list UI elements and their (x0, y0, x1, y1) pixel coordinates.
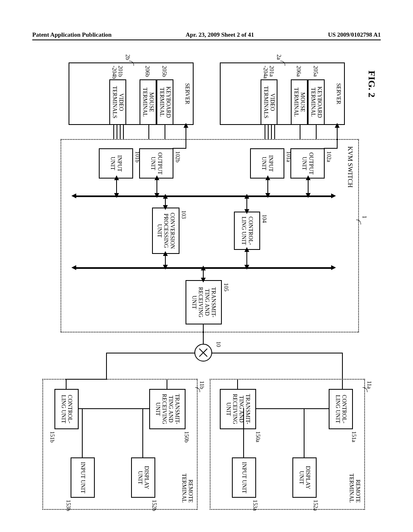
server-b-box: SERVER (69, 62, 194, 125)
kvm-input-b-label: INPUT UNIT (109, 150, 122, 177)
kvm-controlling-unit: CONTROL- LING UNIT (234, 212, 260, 250)
wire-net-down (107, 353, 195, 353)
kvm-output-a: OUTPUT UNIT (290, 148, 325, 179)
header-rule (32, 39, 381, 40)
server-a-lead (280, 61, 285, 66)
server-b-mouse-label: MOUSE TERMINAL (142, 81, 154, 123)
server-b-mouse-terminal: MOUSE TERMINAL (140, 79, 156, 125)
kvm-transmit-unit: TRANSMIT- TING AND RECEIVING UNIT (186, 280, 222, 324)
kvm-bus-left (75, 195, 333, 197)
terminal-b-display: DISPLAY UNIT (131, 457, 155, 498)
wire-termB-input (82, 408, 83, 457)
kvm-output-a-ref: 102a (325, 151, 332, 162)
network-node-icon (194, 344, 212, 362)
server-a-mouse-terminal: MOUSE TERMINAL (291, 79, 308, 125)
terminal-b-display-ref: 152b (151, 500, 157, 511)
stub-conv-left (165, 197, 166, 207)
wire-termA-ctrl-tx (256, 408, 329, 409)
arrow-outB-to-server (186, 126, 186, 148)
kvm-title: KVM SWITCH (346, 146, 354, 188)
terminal-b-transmit-label: TRANSMIT- TING AND RECEIVING UNIT (154, 391, 180, 428)
kvm-output-b: OUTPUT UNIT (139, 148, 173, 179)
terminal-a-title: REMOTE TERMINAL (348, 474, 361, 503)
header-center: Apr. 23, 2009 Sheet 2 of 41 (186, 31, 254, 38)
server-a-video-label: VIDEO TERMINALS (263, 81, 275, 123)
terminal-b-transmit-ref: 150b (183, 431, 190, 443)
stub-conv-right (165, 254, 166, 266)
kvm-conversion-unit: CONVERSION PROCESSING UNIT (152, 208, 179, 254)
stub-inA (267, 179, 268, 195)
server-a-keyboard-label: KEYBOARD TERMINAL (310, 81, 323, 123)
terminal-a-input: INPUT UNIT (232, 457, 256, 498)
terminal-a-transmit: TRANSMIT- TING AND RECEIVING UNIT (220, 389, 256, 429)
server-b-video-ref: 201b -204b (111, 66, 123, 79)
terminal-a-control-label: CONTROL- LING UNIT (334, 391, 347, 428)
wire-termA-display (304, 408, 305, 457)
terminal-b-control-ref: 151b (49, 431, 55, 443)
figure-stage: FIG. 2 SERVER 2a KEYBOARD TERMINAL 205a … (32, 54, 383, 514)
server-a-keyboard-terminal: KEYBOARD TERMINAL (308, 79, 325, 125)
server-a-ref: 2a (275, 54, 282, 60)
terminal-a-control: CONTROL- LING UNIT (329, 389, 353, 429)
kvm-control-label: CONTROL- LING UNIT (240, 213, 253, 248)
server-b-ref: 2b (124, 54, 131, 60)
server-a-video-ref: 201a -204a (262, 66, 275, 79)
server-b-video-label: VIDEO TERMINALS (111, 81, 124, 123)
kvm-input-b-ref: 101b (134, 151, 140, 162)
arrow-outA-drop (324, 148, 338, 149)
wire-termB-ctrl-tx (79, 408, 149, 409)
kvm-input-a-ref: 101a (285, 151, 292, 162)
stub-outA (308, 179, 309, 195)
server-b-keyboard-terminal: KEYBOARD TERMINAL (156, 79, 173, 125)
network-ref: 10 (215, 341, 221, 347)
wire-termA-ctrl-in (342, 379, 343, 389)
terminal-b-title: REMOTE TERMINAL (181, 474, 194, 503)
kvm-transmit-label: TRANSMIT- TING AND RECEIVING UNIT (191, 282, 217, 323)
page-header: Patent Application Publication Apr. 23, … (0, 31, 413, 38)
terminal-b-input-ref: 153b (65, 500, 71, 511)
wire-net-up (212, 353, 343, 353)
stub-ctrl-left (246, 197, 247, 211)
rotated-figure: FIG. 2 SERVER 2a KEYBOARD TERMINAL 205a … (34, 54, 381, 514)
terminal-a-display: DISPLAY UNIT (292, 457, 317, 498)
terminal-b-control: CONTROL- LING UNIT (54, 389, 79, 429)
wire-termA-tx-in (237, 379, 238, 389)
kvm-conversion-label: CONVERSION PROCESSING UNIT (156, 209, 175, 252)
terminal-a-display-ref: 152a (312, 500, 319, 511)
terminal-a-transmit-ref: 150a (254, 431, 261, 442)
stub-inB (116, 179, 117, 195)
server-b-keyboard-label: KEYBOARD TERMINAL (159, 81, 171, 123)
server-b-keyboard-ref: 205b (161, 66, 167, 77)
kvm-input-a-label: INPUT UNIT (261, 150, 273, 177)
wire-termB-tx-in (167, 379, 167, 389)
kvm-ref: 1 (361, 216, 367, 218)
server-b-video-terminals: VIDEO TERMINALS (109, 79, 126, 125)
arrow-outB-drop (173, 148, 186, 149)
kvm-transmit-ref: 105 (223, 283, 229, 291)
terminal-b-input-label: INPUT UNIT (79, 462, 86, 493)
stub-tx-left (203, 269, 204, 279)
server-a-keyboard-ref: 205a (312, 66, 319, 77)
terminal-a-transmit-label: TRANSMIT- TING AND RECEIVING UNIT (225, 391, 251, 428)
figure-number: FIG. 2 (366, 71, 377, 98)
terminal-a-input-ref: 153a (252, 500, 258, 511)
server-b-title: SERVER (184, 83, 190, 104)
server-a-mouse-label: MOUSE TERMINAL (293, 81, 306, 123)
terminal-b-input: INPUT UNIT (71, 457, 95, 498)
terminal-b-ref: 11b (198, 381, 205, 389)
terminal-a-ref: 11a (366, 381, 372, 389)
kvm-control-ref: 104 (261, 214, 267, 223)
wire-termA-input (243, 408, 244, 457)
kvm-output-b-ref: 102b (174, 151, 181, 162)
server-a-video-terminals: VIDEO TERMINALS (261, 79, 277, 125)
wire-net-to-termB (106, 353, 107, 379)
kvm-conversion-ref: 103 (180, 210, 187, 219)
wire-termB-ctrl-v (67, 379, 107, 380)
stub-ctrl-right (246, 250, 247, 266)
terminal-b-display-label: DISPLAY UNIT (137, 459, 150, 496)
terminal-b-transmit: TRANSMIT- TING AND RECEIVING UNIT (149, 389, 186, 429)
header-right: US 2009/0102798 A1 (328, 31, 381, 38)
kvm-output-b-label: OUTPUT UNIT (150, 150, 163, 177)
server-a-title: SERVER (335, 83, 342, 104)
wire-net-to-termA (342, 353, 343, 379)
